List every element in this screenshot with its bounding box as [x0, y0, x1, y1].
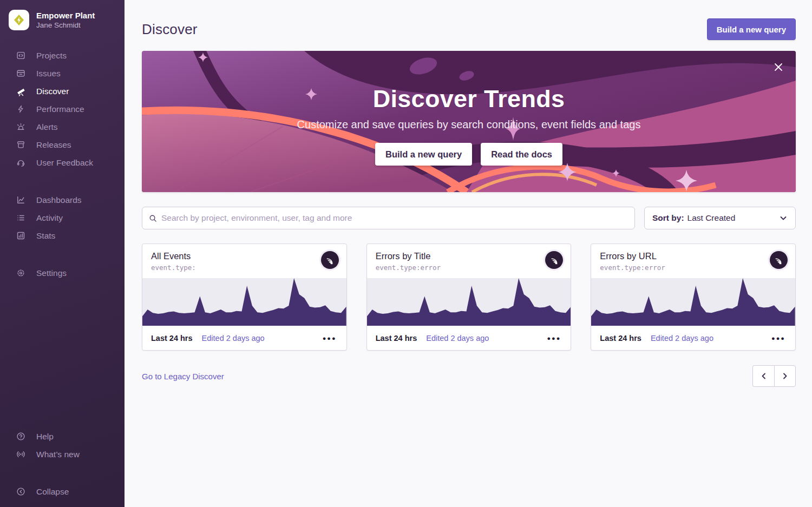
chevron-right-icon: [781, 372, 789, 380]
page-title: Discover: [142, 21, 198, 38]
card-context-menu-button[interactable]: ●●●: [322, 333, 338, 344]
banner-content: Discover Trends Customize and save queri…: [142, 51, 796, 192]
banner-title: Discover Trends: [373, 85, 565, 113]
sidebar-nav-primary: Projects Issues Discover Performance Ale…: [0, 42, 125, 176]
main-content: Discover Build a new query: [125, 0, 812, 507]
sort-value: Last Created: [687, 213, 736, 223]
card-timeframe: Last 24 hrs: [376, 334, 417, 343]
sidebar-nav-collapse: Collapse: [0, 478, 125, 507]
broadcast-icon: [16, 449, 26, 459]
sentry-logo-icon: [549, 255, 559, 265]
card-title: Errors by Title: [376, 251, 562, 261]
gear-icon: [16, 268, 26, 278]
sidebar-item-label: Releases: [36, 140, 71, 150]
search-icon: [149, 214, 157, 222]
sidebar-item-label: Dashboards: [36, 195, 82, 205]
chevron-left-circle-icon: [16, 486, 26, 497]
sidebar-item-label: Issues: [36, 69, 61, 78]
banner-read-docs-button[interactable]: Read the docs: [481, 143, 562, 166]
sidebar-nav-settings: Settings: [0, 260, 125, 286]
card-query: event.type:error: [376, 264, 562, 272]
query-card-errors-by-title[interactable]: Errors by Title event.type:error Last 24…: [366, 243, 572, 351]
build-new-query-button[interactable]: Build a new query: [707, 18, 796, 40]
pagination-prev-button[interactable]: [752, 365, 774, 387]
projects-icon: [16, 50, 26, 61]
sidebar-item-label: Collapse: [36, 487, 69, 497]
search-box: [142, 207, 635, 229]
sidebar-item-discover[interactable]: Discover: [0, 82, 125, 100]
issues-icon: [16, 68, 26, 78]
sidebar-item-label: Alerts: [36, 122, 58, 132]
sidebar-item-label: User Feedback: [36, 158, 93, 168]
sidebar-nav-help: Help What’s new: [0, 423, 125, 468]
sidebar-item-user-feedback[interactable]: User Feedback: [0, 154, 125, 172]
question-circle-icon: [16, 431, 26, 442]
list-icon: [16, 213, 26, 223]
sidebar-item-label: Settings: [36, 268, 67, 278]
archive-icon: [16, 140, 26, 150]
query-card-all-events[interactable]: All Events event.type: Last 24 hrs Edite…: [142, 243, 347, 351]
query-card-errors-by-url[interactable]: Errors by URL event.type:error Last 24 h…: [591, 243, 796, 351]
bar-chart-icon: [16, 231, 26, 241]
card-context-menu-button[interactable]: ●●●: [770, 333, 787, 344]
sidebar-item-label: Discover: [36, 87, 69, 96]
card-edited: Edited 2 days ago: [426, 334, 489, 343]
saved-query-cards: All Events event.type: Last 24 hrs Edite…: [142, 243, 796, 351]
banner-subtitle: Customize and save queries by search con…: [297, 118, 641, 131]
sidebar-item-label: What’s new: [36, 450, 80, 459]
org-avatar: [9, 10, 29, 30]
pagination: [752, 365, 796, 387]
sidebar-item-alerts[interactable]: Alerts: [0, 118, 125, 136]
card-sparkline: [367, 278, 571, 326]
banner-build-query-button[interactable]: Build a new query: [375, 143, 472, 166]
line-chart-icon: [16, 195, 26, 205]
org-switcher[interactable]: Empower Plant Jane Schmidt: [0, 0, 125, 42]
page-header: Discover Build a new query: [142, 18, 796, 40]
saved-query-toolbar: Sort by: Last Created: [142, 207, 796, 229]
card-title: All Events: [151, 251, 338, 261]
sidebar-item-dashboards[interactable]: Dashboards: [0, 191, 125, 209]
sidebar-item-performance[interactable]: Performance: [0, 100, 125, 118]
siren-icon: [16, 122, 26, 132]
sentry-logo-icon: [774, 255, 783, 265]
sidebar-item-issues[interactable]: Issues: [0, 64, 125, 82]
sidebar-nav-secondary: Dashboards Activity Stats: [0, 187, 125, 249]
card-context-menu-button[interactable]: ●●●: [546, 333, 562, 344]
pagination-next-button[interactable]: [774, 365, 796, 387]
card-query: event.type:: [151, 264, 338, 272]
sidebar-item-help[interactable]: Help: [0, 427, 125, 445]
card-edited: Edited 2 days ago: [651, 334, 713, 343]
sidebar-item-releases[interactable]: Releases: [0, 136, 125, 154]
card-query: event.type:error: [600, 264, 787, 272]
sidebar-collapse-button[interactable]: Collapse: [0, 483, 125, 501]
card-timeframe: Last 24 hrs: [151, 334, 193, 343]
card-timeframe: Last 24 hrs: [600, 334, 641, 343]
sidebar-item-label: Activity: [36, 213, 63, 223]
card-title: Errors by URL: [600, 251, 787, 261]
chevron-left-icon: [759, 372, 768, 380]
telescope-icon: [16, 86, 26, 96]
sidebar-item-label: Performance: [36, 104, 84, 114]
sort-dropdown[interactable]: Sort by: Last Created: [644, 207, 796, 229]
card-edited: Edited 2 days ago: [202, 334, 265, 343]
headset-icon: [16, 157, 26, 168]
search-input[interactable]: [161, 213, 628, 223]
sidebar-item-settings[interactable]: Settings: [0, 264, 125, 282]
sort-label: Sort by:: [652, 213, 684, 223]
card-sparkline: [142, 278, 346, 326]
sidebar-item-stats[interactable]: Stats: [0, 227, 125, 245]
org-name: Empower Plant: [36, 10, 95, 21]
lightning-icon: [16, 104, 26, 114]
sidebar-item-label: Stats: [36, 231, 55, 241]
sidebar-item-projects[interactable]: Projects: [0, 47, 125, 64]
sentry-logo-icon: [325, 255, 335, 265]
sidebar-item-activity[interactable]: Activity: [0, 209, 125, 227]
sentry-avatar: [321, 251, 339, 269]
sentry-avatar: [770, 251, 788, 269]
card-sparkline: [591, 278, 795, 326]
sidebar-item-whats-new[interactable]: What’s new: [0, 445, 125, 463]
sidebar: Empower Plant Jane Schmidt Projects Issu…: [0, 0, 125, 507]
empower-plant-logo-icon: [12, 14, 25, 27]
legacy-discover-link[interactable]: Go to Legacy Discover: [142, 372, 224, 381]
sidebar-item-label: Projects: [36, 51, 67, 61]
